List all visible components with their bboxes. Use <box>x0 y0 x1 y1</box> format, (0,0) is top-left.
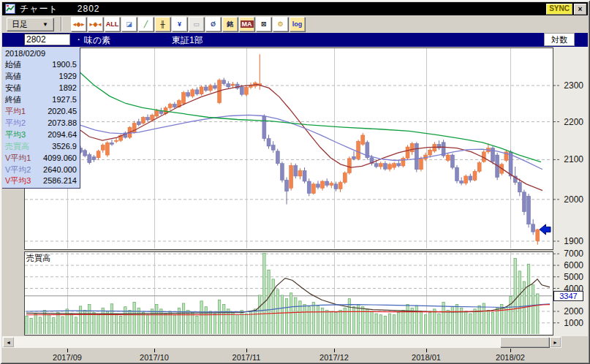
show-all-icon[interactable]: ALL <box>105 17 120 31</box>
currency-icon[interactable]: ¥ <box>172 17 187 31</box>
scroll-left-button[interactable]: ◄ <box>3 337 14 347</box>
info-row-value: 2020.45 <box>48 107 77 116</box>
info-row-V平均3: V平均32586.214 <box>2 175 80 187</box>
bar-width-expand-icon[interactable]: ◂◆▸ <box>71 17 86 31</box>
volume-tick-label: 4000 <box>556 284 583 294</box>
info-row-label: 売買高 <box>5 142 29 151</box>
moving-average-icon[interactable]: MA <box>239 17 254 31</box>
info-row-label: V平均1 <box>5 153 31 163</box>
ohlc-info-panel: 2018/02/09 始値1900.5高値1929安値1892終値1927.5平… <box>2 48 80 189</box>
month-tick <box>154 349 155 352</box>
info-rows: 始値1900.5高値1929安値1892終値1927.5平均12020.45平均… <box>2 59 80 187</box>
bar-width-shrink-icon[interactable]: ▸◆◂ <box>88 17 103 31</box>
info-row-V平均1: V平均14099.060 <box>2 152 80 164</box>
info-row-value: 2094.64 <box>48 130 77 140</box>
sync-button[interactable]: SYNC <box>546 4 572 15</box>
volume-tick-label: 2000 <box>556 306 583 316</box>
zoom-icon-glyph: Ø <box>211 20 216 28</box>
info-row-平均3: 平均32094.64 <box>2 129 80 140</box>
log-chart-icon[interactable]: log <box>290 17 305 31</box>
info-row-安値: 安値1892 <box>2 82 80 94</box>
eraser-icon[interactable]: ◪ <box>121 17 137 31</box>
log-chart-icon-glyph: log <box>292 20 303 28</box>
info-row-平均2: 平均22073.88 <box>2 117 80 129</box>
volume-tick-label: 6000 <box>556 260 583 270</box>
settings-icon[interactable]: ⚙ <box>273 17 288 31</box>
stock-code-input[interactable] <box>24 34 70 45</box>
info-row-label: 平均1 <box>5 107 26 116</box>
info-row-label: 安値 <box>5 83 21 93</box>
chart-canvas[interactable] <box>0 0 590 364</box>
eraser-icon-glyph: ◪ <box>126 20 132 28</box>
info-row-label: V平均2 <box>5 165 31 175</box>
title-bar: チャート 2802 SYNC × <box>2 2 588 15</box>
envelope-icon[interactable]: ⊠ <box>256 17 271 31</box>
chart-area: 2300220021002000190070006000500040002000… <box>0 0 590 364</box>
info-row-value: 1929 <box>59 72 77 81</box>
dropdown-arrow-icon: ▼ <box>42 21 48 28</box>
info-row-label: 終値 <box>5 95 21 105</box>
info-row-高値: 高値1929 <box>2 71 80 83</box>
month-tick <box>426 349 427 352</box>
price-tick-label: 1900 <box>556 236 583 246</box>
trendline-icon[interactable]: ╱ <box>138 17 154 31</box>
current-volume-badge: 3347 <box>553 291 583 301</box>
settings-icon-glyph: ⚙ <box>277 20 283 28</box>
toolbar: 日足 ▼ ◂◆▸▸◆◂ALL◪╱╫¥▭Ø銘MA⊠⚙log <box>2 15 588 33</box>
axis-labels: 2300220021002000190070006000500040002000… <box>0 0 590 364</box>
log-scale-button[interactable]: 対数 <box>544 33 575 46</box>
market-name: 東証1部 <box>172 34 203 47</box>
price-tick-label: 2200 <box>556 117 583 127</box>
show-all-icon-glyph: ALL <box>106 20 119 28</box>
info-row-value: 4099.060 <box>43 153 77 163</box>
info-row-label: 平均3 <box>5 130 26 140</box>
price-tick-label: 2300 <box>556 80 583 91</box>
toolbar-separator <box>61 17 62 31</box>
window-title: チャート <box>20 3 58 15</box>
bullet: ・ <box>75 34 83 45</box>
volume-tick-label: 5000 <box>556 272 583 282</box>
stock-select-icon[interactable]: 銘 <box>222 17 238 31</box>
window-title-code: 2802 <box>77 4 100 14</box>
scrollbar-thumb[interactable] <box>500 337 549 347</box>
toolbar-icon-group: ◂◆▸▸◆◂ALL◪╱╫¥▭Ø銘MA⊠⚙log <box>71 17 306 31</box>
measure-icon-glyph: ▭ <box>193 20 200 28</box>
price-lines-icon-glyph: ╫ <box>160 20 164 28</box>
month-label: 2017/12 <box>312 353 356 362</box>
info-row-label: 高値 <box>5 72 21 81</box>
info-row-value: 2640.000 <box>43 165 77 175</box>
zoom-icon[interactable]: Ø <box>205 17 221 31</box>
price-tick-label: 2100 <box>556 154 583 164</box>
last-close-arrow-icon <box>540 224 551 235</box>
moving-average-icon-glyph: MA <box>241 20 254 28</box>
info-row-value: 3526.9 <box>52 142 77 151</box>
chart-window: チャート 2802 SYNC × 日足 ▼ ◂◆▸▸◆◂ALL◪╱╫¥▭Ø銘MA… <box>0 0 590 364</box>
app-icon <box>5 4 15 14</box>
month-label: 2018/01 <box>404 353 448 362</box>
price-lines-icon[interactable]: ╫ <box>155 17 170 31</box>
horizontal-scrollbar[interactable]: ◄ ► <box>2 336 561 348</box>
month-tick <box>510 349 511 352</box>
axis-margin <box>553 47 588 336</box>
info-row-label: 始値 <box>5 60 21 69</box>
info-row-売買高: 売買高3526.9 <box>2 140 80 152</box>
info-row-終値: 終値1927.5 <box>2 94 80 105</box>
info-row-value: 1892 <box>59 83 77 93</box>
month-label: 2018/02 <box>488 353 532 362</box>
info-row-V平均2: V平均22640.000 <box>2 164 80 175</box>
month-tick <box>67 349 68 352</box>
bar-width-shrink-icon-glyph: ▸◆◂ <box>90 20 102 28</box>
info-row-value: 1900.5 <box>52 60 77 69</box>
close-button[interactable]: × <box>574 4 586 15</box>
period-dropdown[interactable]: 日足 ▼ <box>7 18 53 31</box>
volume-panel-label: 売買高 <box>26 253 50 264</box>
info-row-平均1: 平均12020.45 <box>2 105 80 117</box>
info-row-label: 平均2 <box>5 118 26 128</box>
currency-icon-glyph: ¥ <box>178 20 181 28</box>
scroll-right-button[interactable]: ► <box>550 337 561 347</box>
period-label: 日足 <box>12 19 28 30</box>
stock-select-icon-glyph: 銘 <box>227 20 233 29</box>
month-tick <box>334 349 335 352</box>
measure-icon[interactable]: ▭ <box>189 17 204 31</box>
info-row-value: 2073.88 <box>48 118 77 128</box>
